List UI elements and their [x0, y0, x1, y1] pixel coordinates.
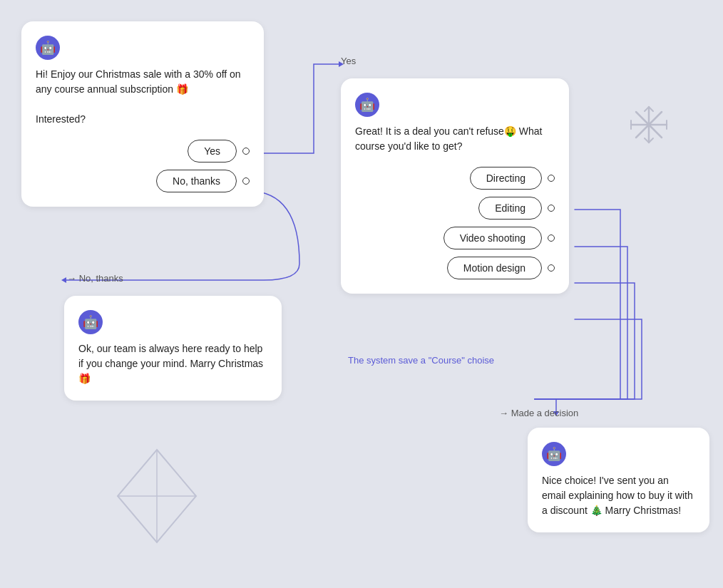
bot-avatar-course: 🤖	[355, 93, 379, 117]
editing-dot	[548, 205, 555, 212]
bot-avatar-no-thanks: 🤖	[78, 310, 103, 334]
svg-marker-1	[61, 277, 66, 283]
course-choice-card: 🤖 Great! It is a deal you can't refuse🤑 …	[341, 78, 569, 294]
greeting-text: Hi! Enjoy our Christmas sale with a 30% …	[36, 67, 250, 127]
directing-button[interactable]: Directing	[470, 167, 542, 190]
bot-avatar-greeting: 🤖	[36, 36, 60, 60]
video-shooting-dot	[548, 234, 555, 242]
video-shooting-button[interactable]: Video shooting	[443, 227, 542, 249]
greeting-card: 🤖 Hi! Enjoy our Christmas sale with a 30…	[21, 21, 264, 207]
directing-dot	[548, 175, 555, 182]
no-thanks-card: 🤖 Ok, our team is always here ready to h…	[64, 296, 282, 401]
made-decision-label: → Made a decision	[499, 408, 578, 418]
editing-button[interactable]: Editing	[478, 197, 542, 220]
final-text: Nice choice! I've sent you an email expl…	[542, 473, 695, 518]
yes-connector-dot	[242, 148, 250, 155]
course-choice-text: Great! It is a deal you can't refuse🤑 Wh…	[355, 124, 555, 154]
motion-design-dot	[548, 264, 555, 272]
no-thanks-button[interactable]: No, thanks	[156, 170, 237, 192]
no-thanks-text: Ok, our team is always here ready to hel…	[78, 341, 267, 386]
system-note: The system save a "Course" choise	[348, 355, 494, 366]
bot-avatar-final: 🤖	[542, 442, 566, 466]
yes-label: Yes	[341, 56, 356, 66]
yes-button[interactable]: Yes	[188, 140, 237, 163]
motion-design-button[interactable]: Motion design	[447, 257, 542, 279]
no-thanks-flow-text: No, thanks	[79, 273, 123, 284]
snowflake-decoration	[627, 103, 670, 152]
no-thanks-flow-label: → No, thanks	[67, 273, 123, 284]
no-thanks-connector-dot	[242, 177, 250, 185]
diamond-decoration	[114, 446, 200, 549]
made-decision-text: Made a decision	[511, 408, 579, 418]
final-card: 🤖 Nice choice! I've sent you an email ex…	[528, 428, 709, 532]
